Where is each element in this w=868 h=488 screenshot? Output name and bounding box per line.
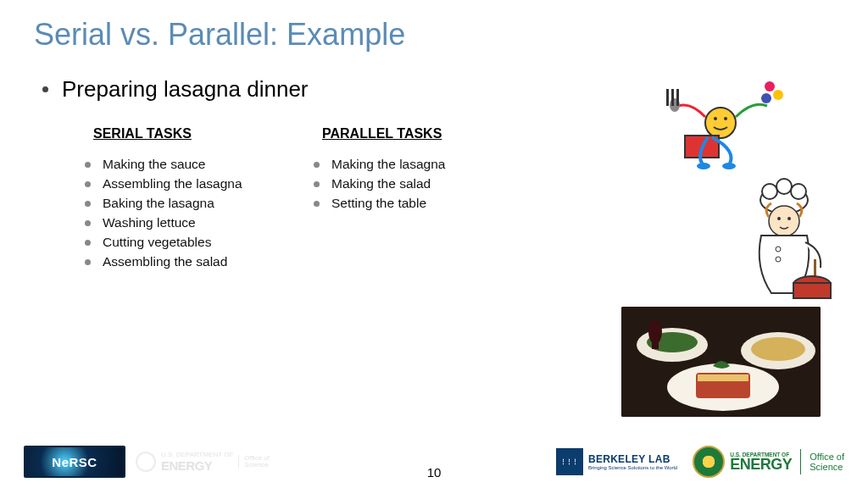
parallel-column: PARALLEL TASKS Making the lasagna Making… bbox=[314, 126, 500, 274]
list-item-text: Baking the lasagna bbox=[103, 196, 214, 211]
svg-point-0 bbox=[705, 108, 736, 138]
list-item-text: Making the sauce bbox=[103, 157, 206, 172]
bullet-dot-icon bbox=[85, 220, 91, 226]
berkeley-tagline: Bringing Science Solutions to the World bbox=[588, 465, 677, 470]
svg-point-1 bbox=[714, 117, 717, 120]
list-item-text: Cutting vegetables bbox=[103, 235, 211, 250]
energy-text: ENERGY bbox=[161, 458, 233, 473]
bullet-dot-icon bbox=[314, 162, 320, 168]
content-area: Preparing lasagna dinner SERIAL TASKS Ma… bbox=[0, 53, 868, 417]
list-item: Cutting vegetables bbox=[85, 235, 271, 250]
main-bullet: Preparing lasagna dinner bbox=[42, 76, 585, 103]
svg-point-9 bbox=[761, 93, 771, 103]
svg-point-8 bbox=[773, 90, 783, 100]
serial-column: SERIAL TASKS Making the sauce Assembling… bbox=[85, 126, 271, 274]
svg-rect-4 bbox=[666, 89, 669, 106]
svg-point-17 bbox=[769, 206, 799, 236]
list-item: Assembling the salad bbox=[85, 254, 271, 269]
footer-left: NeRSC U.S. DEPARTMENT OF ENERGY Office o… bbox=[24, 446, 270, 478]
bullet-dot-icon bbox=[85, 201, 91, 207]
list-item: Making the lasagna bbox=[314, 157, 500, 172]
svg-point-14 bbox=[762, 184, 777, 199]
serial-heading: SERIAL TASKS bbox=[85, 126, 271, 141]
divider bbox=[800, 449, 801, 474]
energy-dept-text: U.S. DEPARTMENT OF bbox=[161, 452, 233, 458]
svg-point-15 bbox=[776, 179, 792, 194]
energy-logo: U.S. DEPARTMENT OF ENERGY Office ofScien… bbox=[693, 446, 844, 478]
main-bullet-text: Preparing lasagna dinner bbox=[62, 76, 309, 103]
energy-seal-icon bbox=[693, 446, 725, 478]
bullet-dot-icon bbox=[85, 181, 91, 187]
bullet-dot-icon bbox=[314, 181, 320, 187]
svg-rect-34 bbox=[652, 332, 659, 349]
svg-point-29 bbox=[751, 337, 805, 361]
list-item: Washing lettuce bbox=[85, 215, 271, 230]
svg-point-2 bbox=[724, 117, 727, 120]
bullet-dot-icon bbox=[42, 86, 48, 92]
list-item: Setting the table bbox=[314, 196, 500, 211]
list-item: Making the salad bbox=[314, 176, 500, 191]
bullet-dot-icon bbox=[85, 259, 91, 265]
office-science-text: Office ofScience bbox=[810, 452, 844, 472]
list-item: Making the sauce bbox=[85, 157, 271, 172]
berkeley-lab-logo: ⋮⋮⋮ BERKELEY LAB Bringing Science Soluti… bbox=[556, 448, 677, 475]
juggling-chef-clipart bbox=[644, 76, 797, 169]
science-text: Science bbox=[244, 462, 270, 469]
list-item-text: Making the salad bbox=[331, 176, 431, 191]
list-item-text: Assembling the salad bbox=[103, 254, 227, 269]
footer-right: ⋮⋮⋮ BERKELEY LAB Bringing Science Soluti… bbox=[556, 446, 844, 478]
berkeley-seal-icon: ⋮⋮⋮ bbox=[556, 448, 583, 475]
text-column: Preparing lasagna dinner SERIAL TASKS Ma… bbox=[42, 76, 585, 417]
berkeley-text: BERKELEY LAB bbox=[588, 453, 677, 465]
image-column bbox=[585, 76, 856, 417]
list-item-text: Washing lettuce bbox=[103, 215, 196, 230]
energy-logo-faded: U.S. DEPARTMENT OF ENERGY Office of Scie… bbox=[136, 452, 270, 473]
list-item: Assembling the lasagna bbox=[85, 176, 271, 191]
svg-point-7 bbox=[765, 81, 775, 92]
list-item-text: Setting the table bbox=[331, 196, 426, 211]
task-columns: SERIAL TASKS Making the sauce Assembling… bbox=[42, 126, 585, 274]
svg-rect-32 bbox=[698, 374, 748, 381]
svg-point-12 bbox=[697, 163, 710, 169]
svg-point-18 bbox=[777, 217, 781, 220]
footer: NeRSC U.S. DEPARTMENT OF ENERGY Office o… bbox=[0, 442, 868, 481]
chef-stirring-clipart bbox=[721, 175, 848, 302]
svg-point-19 bbox=[787, 217, 791, 220]
slide-title: Serial vs. Parallel: Example bbox=[0, 0, 868, 53]
list-item: Baking the lasagna bbox=[85, 196, 271, 211]
svg-rect-24 bbox=[793, 283, 831, 298]
bullet-dot-icon bbox=[314, 201, 320, 207]
bullet-dot-icon bbox=[85, 240, 91, 246]
energy-text: ENERGY bbox=[730, 458, 792, 471]
svg-rect-6 bbox=[676, 89, 679, 106]
svg-rect-5 bbox=[671, 89, 674, 106]
svg-point-16 bbox=[791, 184, 806, 199]
parallel-heading: PARALLEL TASKS bbox=[314, 126, 500, 141]
nersc-logo: NeRSC bbox=[24, 446, 125, 478]
seal-icon bbox=[136, 452, 156, 472]
list-item-text: Making the lasagna bbox=[331, 157, 445, 172]
lasagna-dinner-photo bbox=[621, 307, 821, 417]
list-item-text: Assembling the lasagna bbox=[103, 176, 242, 191]
bullet-dot-icon bbox=[85, 162, 91, 168]
svg-point-11 bbox=[722, 163, 736, 169]
